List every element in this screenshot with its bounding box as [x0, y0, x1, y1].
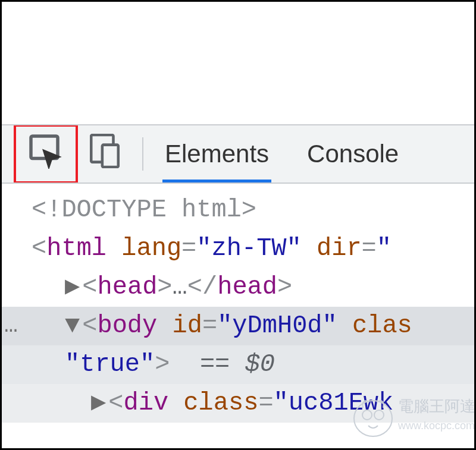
device-icon — [90, 134, 120, 174]
tab-label: Elements — [165, 140, 269, 168]
elements-dom-tree[interactable]: <!DOCTYPE html> <html lang="zh-TW" dir="… — [2, 184, 474, 423]
toolbar-divider — [142, 137, 143, 171]
body-node-line2[interactable]: "true"> == $0 — [2, 345, 474, 384]
devtools-window: Elements Console <!DOCTYPE html> <html l… — [0, 0, 476, 450]
html-open-tag[interactable]: <html lang="zh-TW" dir=" — [2, 229, 474, 268]
disclosure-triangle-right-icon[interactable]: ▶ — [91, 384, 106, 423]
tab-elements[interactable]: Elements — [160, 125, 274, 182]
inspect-element-button[interactable] — [14, 124, 78, 184]
device-toggle-button[interactable] — [84, 125, 126, 182]
gutter-ellipsis: … — [4, 309, 18, 344]
div-node[interactable]: ▶ <div class="uc81Ewk — [2, 384, 474, 423]
disclosure-triangle-right-icon[interactable]: ▶ — [65, 268, 80, 307]
devtools-toolbar: Elements Console — [2, 124, 474, 184]
rendered-page-placeholder — [2, 2, 474, 124]
inspect-icon — [28, 133, 64, 175]
tab-label: Console — [307, 140, 399, 168]
head-node[interactable]: ▶ <head>…</head> — [2, 268, 474, 307]
disclosure-triangle-down-icon[interactable]: ▼ — [65, 307, 80, 345]
tab-console[interactable]: Console — [302, 125, 403, 182]
svg-rect-2 — [102, 145, 118, 167]
body-node-line1[interactable]: … ▼ <body id="yDmH0d" clas — [2, 307, 474, 345]
doctype-node[interactable]: <!DOCTYPE html> — [2, 191, 474, 229]
